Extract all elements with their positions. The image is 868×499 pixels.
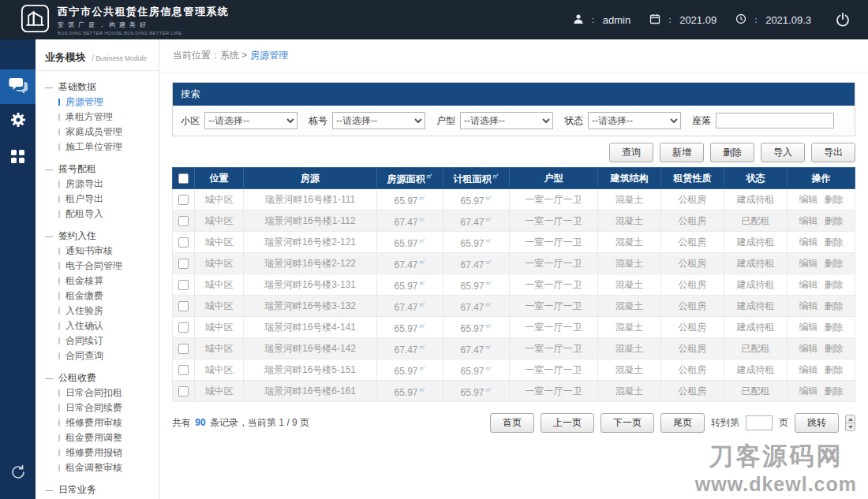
cell-nature: 公租房: [661, 274, 724, 296]
breadcrumb: 当前位置：系统 > 房源管理: [159, 39, 868, 73]
row-checkbox[interactable]: [178, 322, 189, 333]
sidebar-item-daily-contract-deduction[interactable]: 日常合同扣租: [36, 385, 159, 400]
row-checkbox[interactable]: [178, 301, 189, 311]
last-page-button[interactable]: 尾页: [660, 413, 705, 433]
sidebar-item-tenant-export[interactable]: 租户导出: [36, 192, 159, 207]
delete-link[interactable]: 删除: [825, 364, 844, 375]
sidebar-section-lottery-allocation[interactable]: —摇号配租: [36, 161, 159, 177]
export-button[interactable]: 导出: [811, 143, 855, 162]
row-checkbox[interactable]: [178, 344, 189, 354]
delete-link[interactable]: 删除: [825, 258, 844, 269]
date-indicator[interactable]: ： 2021.09.3: [735, 13, 811, 27]
row-checkbox[interactable]: [178, 280, 189, 290]
column-header-label: 租赁性质: [674, 173, 712, 184]
sidebar-item-checkin-confirmation[interactable]: 入住确认: [36, 318, 159, 333]
sidebar-item-contract-renewal[interactable]: 合同续订: [36, 333, 159, 348]
delete-link[interactable]: 删除: [825, 194, 844, 205]
sidebar-section-daily-business[interactable]: —日常业务: [36, 482, 159, 497]
edit-link[interactable]: 编辑: [799, 279, 818, 290]
delete-link[interactable]: 删除: [825, 215, 844, 226]
nav-refresh-button[interactable]: [0, 456, 36, 491]
cell-location: 城中区: [195, 296, 244, 317]
sidebar-item-checkin-inspection[interactable]: 入住验房: [36, 303, 159, 318]
sidebar-item-family-member-management[interactable]: 家庭成员管理: [36, 125, 159, 140]
edit-link[interactable]: 编辑: [799, 194, 818, 205]
community-select[interactable]: --请选择--: [204, 112, 297, 129]
month-indicator[interactable]: ： 2021.09: [649, 13, 716, 27]
row-checkbox[interactable]: [178, 259, 189, 269]
cell-actions: 编辑删除: [788, 189, 855, 210]
row-checkbox[interactable]: [178, 195, 189, 205]
stepper-down-icon[interactable]: [846, 423, 855, 430]
location-input[interactable]: [716, 113, 834, 128]
cell-name: 瑞景河畔16号楼5-151: [244, 359, 377, 381]
sidebar-item-tenant-management[interactable]: 承租方管理: [36, 110, 159, 125]
row-checkbox[interactable]: [178, 216, 189, 226]
item-tick-icon: [58, 464, 60, 471]
edit-link[interactable]: 编辑: [799, 258, 818, 269]
sidebar-item-notice-review[interactable]: 通知书审核: [36, 244, 159, 259]
sidebar-item-rent-adjustment-review[interactable]: 租金调整审核: [36, 460, 159, 475]
cell-location: 城中区: [195, 381, 244, 402]
sidebar-item-daily-contract-renewal[interactable]: 日常合同续费: [36, 400, 159, 415]
row-checkbox[interactable]: [178, 237, 189, 248]
area-unit: ㎡: [485, 385, 492, 393]
building-select[interactable]: --请选择--: [332, 112, 425, 129]
delete-link[interactable]: 删除: [825, 300, 844, 311]
breadcrumb-current-link[interactable]: 房源管理: [250, 49, 288, 62]
table-header-row: 位置房源房源面积㎡计租面积㎡户型建筑结构租赁性质状态操作: [173, 168, 855, 189]
table-row: 城中区瑞景河畔16号楼2-12267.47㎡67.47㎡一室一厅一卫混凝土公租房…: [173, 253, 855, 274]
edit-link[interactable]: 编辑: [799, 300, 818, 311]
app-logo-icon: [21, 4, 50, 36]
status-select[interactable]: --请选择--: [588, 112, 681, 129]
sidebar-item-house-management[interactable]: 房源管理: [36, 95, 159, 110]
sidebar-item-rent-fee-adjustment[interactable]: 租金费用调整: [36, 430, 159, 445]
edit-link[interactable]: 编辑: [799, 322, 818, 333]
sidebar-item-house-export[interactable]: 房源导出: [36, 177, 159, 192]
layout-select[interactable]: --请选择--: [460, 112, 553, 129]
add-button[interactable]: 新增: [660, 143, 704, 162]
user-menu[interactable]: ： admin: [573, 13, 630, 27]
power-button[interactable]: [835, 12, 851, 28]
sidebar-section-basic-data[interactable]: —基础数据: [36, 79, 159, 95]
column-header-rent_area[interactable]: 计租面积㎡: [443, 168, 510, 189]
prev-page-button[interactable]: 上一页: [541, 413, 594, 433]
edit-link[interactable]: 编辑: [799, 236, 818, 248]
select-all-checkbox[interactable]: [178, 173, 189, 184]
next-page-button[interactable]: 下一页: [600, 413, 654, 433]
cell-structure: 混凝土: [598, 189, 661, 210]
sidebar-item-construction-unit-management[interactable]: 施工单位管理: [36, 140, 159, 155]
sidebar-item-contract-query[interactable]: 合同查询: [36, 348, 159, 363]
nav-settings-button[interactable]: [0, 104, 36, 139]
row-checkbox[interactable]: [178, 386, 189, 397]
delete-link[interactable]: 删除: [825, 343, 844, 354]
delete-button[interactable]: 删除: [710, 143, 754, 162]
delete-link[interactable]: 删除: [825, 236, 844, 248]
edit-link[interactable]: 编辑: [799, 385, 818, 397]
sidebar-item-rent-accounting[interactable]: 租金核算: [36, 274, 159, 289]
delete-link[interactable]: 删除: [825, 322, 844, 333]
edit-link[interactable]: 编辑: [799, 364, 818, 375]
row-checkbox[interactable]: [178, 365, 189, 375]
delete-link[interactable]: 删除: [825, 385, 844, 397]
edit-link[interactable]: 编辑: [799, 343, 818, 354]
first-page-button[interactable]: 首页: [490, 413, 534, 433]
import-button[interactable]: 导入: [761, 143, 805, 162]
nav-messages-button[interactable]: [0, 69, 36, 104]
goto-button[interactable]: 跳转: [795, 413, 839, 433]
sidebar-section-public-rent-fees[interactable]: —公租收费: [36, 370, 159, 385]
sidebar-item-e-contract-management[interactable]: 电子合同管理: [36, 259, 159, 274]
edit-link[interactable]: 编辑: [799, 215, 818, 226]
goto-page-input[interactable]: [746, 415, 773, 430]
sidebar-item-rent-payment[interactable]: 租金缴费: [36, 289, 159, 303]
sidebar-item-repair-fee-reimbursement[interactable]: 维修费用报销: [36, 445, 159, 460]
sidebar-section-sign-checkin[interactable]: —签约入住: [36, 228, 159, 244]
nav-modules-button[interactable]: [0, 139, 36, 173]
query-button[interactable]: 查询: [609, 143, 653, 162]
sidebar-item-repair-fee-review[interactable]: 维修费用审核: [36, 415, 159, 430]
stepper-up-icon[interactable]: [846, 415, 855, 423]
column-header-area[interactable]: 房源面积㎡: [377, 168, 443, 189]
sidebar-item-allocation-import[interactable]: 配租导入: [36, 207, 159, 222]
delete-link[interactable]: 删除: [825, 279, 844, 290]
page-stepper[interactable]: [845, 415, 855, 431]
